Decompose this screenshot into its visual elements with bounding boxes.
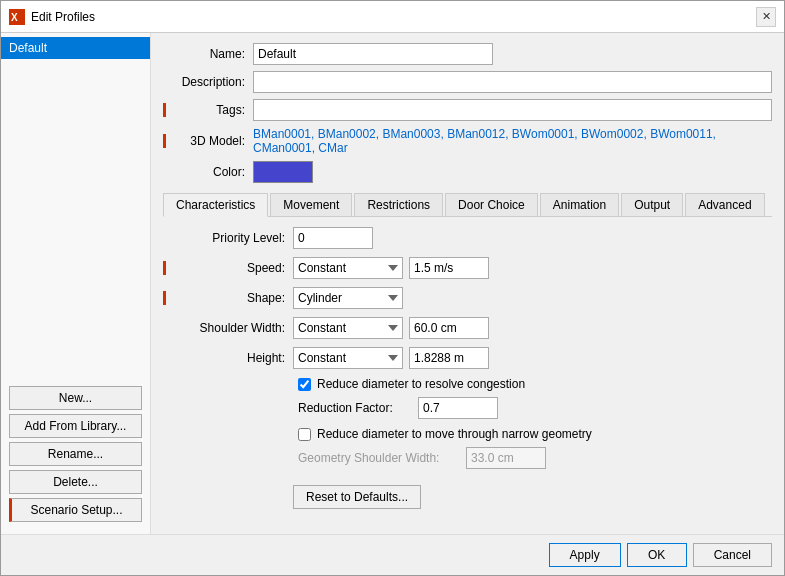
geometry-shoulder-row: Geometry Shoulder Width:: [298, 447, 772, 469]
tab-animation[interactable]: Animation: [540, 193, 619, 216]
name-label: Name:: [163, 47, 253, 61]
ok-button[interactable]: OK: [627, 543, 687, 567]
reduce-congestion-row: Reduce diameter to resolve congestion: [298, 377, 772, 391]
title-bar-left: X Edit Profiles: [9, 9, 95, 25]
speed-type-select[interactable]: Constant Uniform Normal Lognormal: [293, 257, 403, 279]
model-row: 3D Model: BMan0001, BMan0002, BMan0003, …: [163, 127, 772, 155]
speed-label: Speed:: [163, 261, 293, 275]
color-label: Color:: [163, 165, 253, 179]
tab-restrictions[interactable]: Restrictions: [354, 193, 443, 216]
tags-input[interactable]: [253, 99, 772, 121]
right-panel: Name: Description: Tags: 3D Model: BMan0…: [151, 33, 784, 534]
rename-button[interactable]: Rename...: [9, 442, 142, 466]
tab-movement[interactable]: Movement: [270, 193, 352, 216]
reduction-factor-input[interactable]: [418, 397, 498, 419]
geometry-shoulder-label: Geometry Shoulder Width:: [298, 451, 458, 465]
shoulder-label: Shoulder Width:: [163, 321, 293, 335]
apply-button[interactable]: Apply: [549, 543, 621, 567]
shoulder-value-input[interactable]: [409, 317, 489, 339]
sidebar-item-default[interactable]: Default: [1, 37, 150, 59]
new-button[interactable]: New...: [9, 386, 142, 410]
name-input[interactable]: [253, 43, 493, 65]
tab-characteristics[interactable]: Characteristics: [163, 193, 268, 217]
height-row: Height: Constant Uniform Normal Lognorma…: [163, 347, 772, 369]
description-input[interactable]: [253, 71, 772, 93]
speed-value-input[interactable]: [409, 257, 489, 279]
model-label: 3D Model:: [163, 134, 253, 148]
shoulder-row: Shoulder Width: Constant Uniform Normal …: [163, 317, 772, 339]
priority-label: Priority Level:: [163, 231, 293, 245]
title-bar: X Edit Profiles ✕: [1, 1, 784, 33]
reduce-narrow-label: Reduce diameter to move through narrow g…: [317, 427, 592, 441]
reduction-factor-row: Reduction Factor:: [298, 397, 772, 419]
sidebar-buttons: New... Add From Library... Rename... Del…: [1, 378, 150, 530]
height-label: Height:: [163, 351, 293, 365]
tab-advanced[interactable]: Advanced: [685, 193, 764, 216]
reduce-congestion-checkbox[interactable]: [298, 378, 311, 391]
reduction-factor-label: Reduction Factor:: [298, 401, 418, 415]
description-row: Description:: [163, 71, 772, 93]
add-from-library-button[interactable]: Add From Library...: [9, 414, 142, 438]
model-value[interactable]: BMan0001, BMan0002, BMan0003, BMan0012, …: [253, 127, 772, 155]
bottom-bar: Apply OK Cancel: [1, 534, 784, 575]
scenario-setup-button[interactable]: Scenario Setup...: [9, 498, 142, 522]
color-row: Color:: [163, 161, 772, 183]
tabs-container: Characteristics Movement Restrictions Do…: [163, 193, 772, 217]
tab-door-choice[interactable]: Door Choice: [445, 193, 538, 216]
shape-type-select[interactable]: Cylinder Box: [293, 287, 403, 309]
reset-defaults-button[interactable]: Reset to Defaults...: [293, 485, 421, 509]
dialog-title: Edit Profiles: [31, 10, 95, 24]
tab-output[interactable]: Output: [621, 193, 683, 216]
tags-row: Tags:: [163, 99, 772, 121]
priority-input[interactable]: [293, 227, 373, 249]
cancel-button[interactable]: Cancel: [693, 543, 772, 567]
description-label: Description:: [163, 75, 253, 89]
name-row: Name:: [163, 43, 772, 65]
height-type-select[interactable]: Constant Uniform Normal Lognormal: [293, 347, 403, 369]
tags-label: Tags:: [163, 103, 253, 117]
priority-row: Priority Level:: [163, 227, 772, 249]
color-swatch[interactable]: [253, 161, 313, 183]
speed-row: Speed: Constant Uniform Normal Lognormal: [163, 257, 772, 279]
delete-button[interactable]: Delete...: [9, 470, 142, 494]
height-value-input[interactable]: [409, 347, 489, 369]
shape-label: Shape:: [163, 291, 293, 305]
svg-text:X: X: [11, 12, 18, 23]
geometry-shoulder-input: [466, 447, 546, 469]
reduce-congestion-label: Reduce diameter to resolve congestion: [317, 377, 525, 391]
tab-content-characteristics: Priority Level: Speed: Constant Uniform …: [163, 227, 772, 526]
shape-row: Shape: Cylinder Box: [163, 287, 772, 309]
reduce-narrow-row: Reduce diameter to move through narrow g…: [298, 427, 772, 441]
shoulder-type-select[interactable]: Constant Uniform Normal Lognormal: [293, 317, 403, 339]
edit-profiles-dialog: X Edit Profiles ✕ Default New... Add Fro…: [0, 0, 785, 576]
app-icon: X: [9, 9, 25, 25]
main-content: Default New... Add From Library... Renam…: [1, 33, 784, 534]
reduce-narrow-checkbox[interactable]: [298, 428, 311, 441]
close-button[interactable]: ✕: [756, 7, 776, 27]
sidebar: Default New... Add From Library... Renam…: [1, 33, 151, 534]
